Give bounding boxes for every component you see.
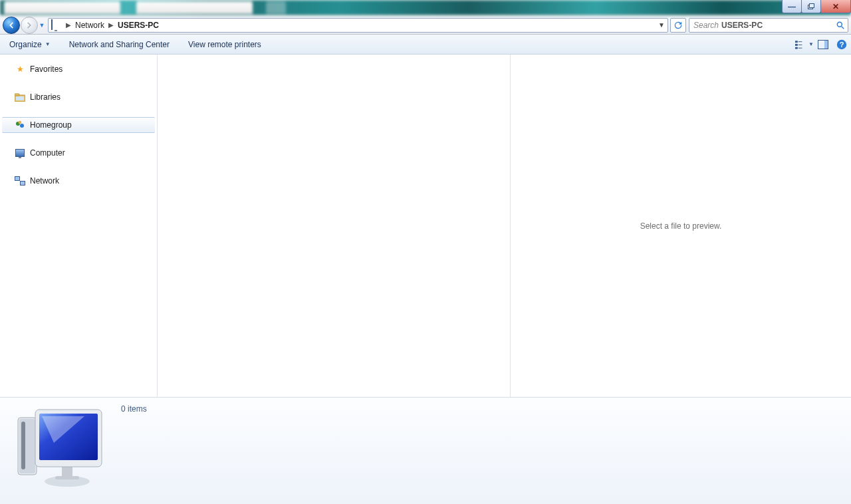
- svg-text:?: ?: [840, 41, 844, 49]
- svg-rect-1: [809, 4, 814, 8]
- sidebar-item-label: Network: [30, 176, 59, 186]
- homegroup-icon: [15, 120, 25, 130]
- computer-icon: [15, 148, 25, 158]
- details-thumbnail: [9, 402, 109, 488]
- sidebar-item-computer[interactable]: Computer: [0, 145, 157, 161]
- svg-rect-8: [795, 47, 798, 49]
- svg-point-18: [20, 124, 24, 128]
- breadcrumb-dropdown[interactable]: ▼: [658, 21, 665, 29]
- svg-rect-27: [55, 476, 79, 479]
- svg-rect-16: [16, 96, 24, 100]
- libraries-icon: [15, 92, 25, 102]
- address-bar: ▼ ▶ Network ▶ USERS-PC ▼ Search USERS-PC: [0, 15, 851, 35]
- breadcrumb[interactable]: ▶ Network ▶ USERS-PC ▼: [48, 18, 668, 33]
- computer-icon: [51, 20, 62, 31]
- svg-line-3: [842, 26, 844, 29]
- svg-rect-24: [62, 467, 72, 477]
- sidebar-item-label: Libraries: [30, 92, 61, 102]
- svg-rect-15: [15, 94, 19, 96]
- svg-rect-5: [798, 41, 802, 42]
- sidebar-item-favorites[interactable]: ★ Favorites: [0, 61, 157, 77]
- chevron-down-icon: ▼: [808, 41, 814, 47]
- breadcrumb-current[interactable]: USERS-PC: [116, 19, 160, 31]
- chevron-right-icon[interactable]: ▶: [66, 21, 71, 29]
- svg-point-19: [19, 121, 22, 124]
- chevron-down-icon: ▼: [45, 41, 51, 47]
- svg-point-2: [837, 22, 842, 27]
- help-button[interactable]: ?: [832, 37, 851, 53]
- search-prefix: Search: [693, 21, 719, 30]
- sidebar-item-network[interactable]: Network: [0, 173, 157, 189]
- minimize-button[interactable]: —: [782, 0, 802, 13]
- svg-rect-6: [795, 44, 798, 46]
- sidebar-item-label: Computer: [30, 148, 65, 158]
- nav-back-button[interactable]: [3, 17, 20, 34]
- chevron-right-icon[interactable]: ▶: [108, 21, 114, 29]
- preview-pane-toggle[interactable]: [814, 37, 832, 53]
- vrp-label: View remote printers: [188, 40, 261, 49]
- sidebar-item-label: Favorites: [30, 64, 62, 74]
- sidebar-item-libraries[interactable]: Libraries: [0, 89, 157, 105]
- nav-history-dropdown[interactable]: ▼: [37, 21, 47, 30]
- view-remote-printers-button[interactable]: View remote printers: [179, 35, 271, 54]
- svg-rect-4: [795, 41, 798, 43]
- svg-rect-11: [824, 41, 828, 49]
- network-icon: [15, 176, 25, 186]
- close-button[interactable]: ✕: [820, 0, 851, 13]
- search-icon: [836, 21, 845, 32]
- svg-rect-7: [798, 45, 802, 45]
- browser-tabstrip: [0, 0, 851, 15]
- preview-pane: Select a file to preview.: [511, 55, 851, 397]
- view-options-button[interactable]: ▼: [795, 37, 814, 53]
- sidebar-item-homegroup[interactable]: Homegroup: [2, 117, 155, 133]
- details-pane: 0 items: [0, 398, 851, 504]
- star-icon: ★: [15, 64, 25, 74]
- content-pane[interactable]: [158, 55, 511, 397]
- svg-rect-22: [21, 422, 25, 469]
- search-input[interactable]: Search USERS-PC: [689, 18, 848, 33]
- organize-menu[interactable]: Organize ▼: [0, 35, 60, 54]
- command-bar: Organize ▼ Network and Sharing Center Vi…: [0, 35, 851, 55]
- organize-label: Organize: [9, 40, 42, 49]
- navigation-sidebar: ★ Favorites Libraries Homegroup Computer…: [0, 55, 158, 397]
- breadcrumb-network[interactable]: Network: [74, 19, 106, 31]
- network-sharing-center-button[interactable]: Network and Sharing Center: [60, 35, 179, 54]
- svg-rect-9: [798, 47, 802, 48]
- maximize-button[interactable]: [801, 0, 821, 13]
- nav-forward-button[interactable]: [21, 17, 38, 34]
- preview-empty-message: Select a file to preview.: [640, 221, 722, 231]
- sidebar-item-label: Homegroup: [30, 120, 72, 130]
- nsc-label: Network and Sharing Center: [69, 40, 170, 49]
- computer-large-icon: [13, 402, 106, 488]
- search-scope: USERS-PC: [721, 21, 763, 30]
- refresh-button[interactable]: [670, 18, 686, 33]
- details-item-count: 0 items: [121, 404, 147, 414]
